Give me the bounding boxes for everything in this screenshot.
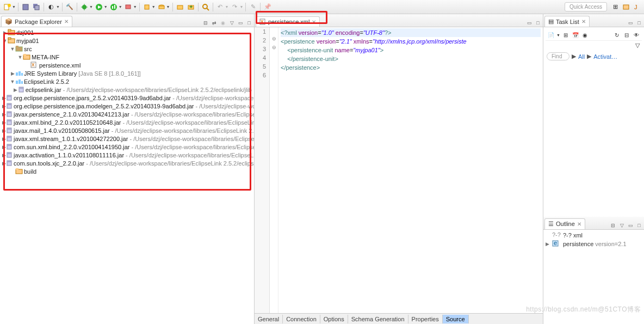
minimize-icon[interactable]: ▭ [627, 19, 634, 27]
pin-icon[interactable]: 📌 [263, 2, 273, 12]
code-area[interactable]: <?xml version="1.0" encoding="UTF-8"?><p… [278, 27, 543, 313]
editor-tab-schema-generation[interactable]: Schema Generation [348, 315, 408, 323]
minimize-icon[interactable]: ▭ [627, 222, 634, 229]
tree-item[interactable]: ▼EclipseLink 2.5.2 [1, 77, 253, 85]
tree-item[interactable]: ▼myjpa01 [1, 36, 253, 45]
twisty-icon[interactable]: ▶ [10, 71, 15, 76]
save-icon[interactable] [21, 2, 30, 12]
build-icon[interactable]: 🔨 [65, 2, 75, 12]
new-pkg-icon[interactable] [175, 2, 185, 12]
debug-icon[interactable] [79, 2, 89, 12]
editor-tab[interactable]: x persistence.xml ✕ [256, 16, 320, 27]
all-link[interactable]: All [578, 53, 585, 60]
last-edit-icon[interactable]: ✎ [248, 2, 258, 12]
editor-tab-options[interactable]: Options [320, 315, 348, 323]
twisty-icon[interactable]: ▶ [544, 241, 550, 247]
minimize-icon[interactable]: ▭ [525, 19, 533, 27]
outline-tree[interactable]: ?-??-? xml▶epersistence version=2.1 [543, 230, 644, 325]
activate-link[interactable]: Activat… [593, 53, 617, 60]
outline-btn1-icon[interactable]: ⊟ [609, 222, 617, 229]
close-icon[interactable]: ✕ [577, 221, 581, 227]
maximize-icon[interactable]: □ [635, 19, 643, 27]
maximize-icon[interactable]: □ [245, 19, 253, 27]
tree-item[interactable]: ▶javax.xml.stream_1.0.1.v201004272200.ja… [1, 135, 253, 143]
package-tree[interactable]: ▶dzj001▼myjpa01▼src▼META-INFxpersistence… [0, 27, 254, 324]
close-icon[interactable]: ✕ [581, 19, 586, 25]
focus-task-icon[interactable]: ◉ [219, 19, 227, 27]
fold-column[interactable]: ⊖⊖ [270, 27, 278, 313]
outline-tab[interactable]: ☰ Outline ✕ [544, 218, 585, 229]
minimize-icon[interactable]: ▭ [237, 19, 244, 27]
tree-item[interactable]: ▶JRE System Library [Java SE 8 [1.8.0_16… [1, 69, 253, 77]
twisty-icon[interactable]: ▶ [2, 120, 6, 125]
editor-tab-connection[interactable]: Connection [283, 315, 320, 323]
twisty-icon[interactable]: ▶ [2, 144, 6, 150]
twisty-icon[interactable]: ▶ [2, 128, 6, 133]
twisty-icon[interactable]: ▼ [10, 46, 15, 52]
outline-item[interactable]: ?-??-? xml [544, 231, 643, 240]
tree-item[interactable]: ▶com.sun.tools.xjc_2.2.0.jar - /Users/dz… [1, 159, 253, 167]
editor-tab-source[interactable]: Source [443, 315, 469, 323]
new-icon[interactable] [2, 2, 12, 12]
close-icon[interactable]: ✕ [312, 19, 316, 25]
tree-item[interactable]: ▶org.eclipse.persistence.jpars_2.5.2.v20… [1, 94, 253, 102]
pkg-explorer-tab[interactable]: 📦 Package Explorer ✕ [1, 16, 72, 27]
focus-ws-icon[interactable]: ◉ [581, 30, 590, 39]
outline-item[interactable]: ▶epersistence version=2.1 [544, 240, 643, 248]
open-persp-icon[interactable]: ⊞ [610, 2, 620, 12]
outline-btn2-icon[interactable]: ▽ [618, 222, 626, 229]
maximize-icon[interactable]: □ [534, 19, 542, 27]
twisty-icon[interactable]: ▶ [2, 152, 6, 158]
tree-item[interactable]: ▶dzj001 [1, 28, 253, 36]
twisty-icon[interactable]: ▶ [2, 30, 8, 35]
editor-tab-general[interactable]: General [255, 315, 283, 323]
twisty-icon[interactable]: ▶ [2, 103, 6, 109]
find-input[interactable]: Find [547, 52, 569, 60]
new-conn-icon[interactable] [157, 2, 166, 12]
tasklist-tab[interactable]: ▤ Task List ✕ [544, 16, 590, 27]
tree-item[interactable]: build [1, 167, 253, 175]
twisty-icon[interactable]: ▶ [2, 136, 6, 142]
close-icon[interactable]: ✕ [64, 19, 69, 25]
new-task-icon[interactable]: 📄 [547, 30, 555, 39]
tree-item[interactable]: ▶javax.xml.bind_2.2.0.v201105210648.jar … [1, 118, 253, 126]
collapse-icon[interactable]: ⊟ [622, 30, 631, 39]
save-all-icon[interactable] [32, 2, 41, 12]
tree-item[interactable]: ▶javax.mail_1.4.0.v201005080615.jar - /U… [1, 126, 253, 135]
jpa-persp-icon[interactable] [621, 2, 631, 12]
twisty-icon[interactable]: ▼ [17, 54, 23, 60]
annot-next-icon[interactable]: ↷ [230, 2, 239, 12]
twisty-icon[interactable]: ▶ [2, 95, 6, 101]
sync-icon[interactable]: ↻ [612, 30, 621, 39]
coverage-icon[interactable] [109, 2, 119, 12]
run-icon[interactable] [94, 2, 104, 12]
twisty-icon[interactable]: ▶ [14, 87, 18, 93]
tree-item[interactable]: xpersistence.xml [1, 61, 253, 69]
editor-tab-properties[interactable]: Properties [408, 315, 443, 323]
quick-access-input[interactable]: Quick Access [565, 2, 607, 11]
twisty-icon[interactable]: ▼ [10, 79, 15, 84]
tree-item[interactable]: ▶javax.persistence_2.1.0.v201304241213.j… [1, 110, 253, 118]
twisty-icon[interactable]: ▼ [2, 38, 8, 44]
categorize-icon[interactable]: ⊞ [561, 30, 570, 39]
new-class-icon[interactable]: + [186, 2, 196, 12]
view-menu-icon[interactable]: ▽ [635, 42, 640, 48]
twisty-icon[interactable]: ▶ [2, 112, 6, 117]
tree-item[interactable]: ▼META-INF [1, 53, 253, 61]
ext-tools-icon[interactable] [123, 2, 133, 12]
annot-prev-icon[interactable]: ↶ [215, 2, 225, 12]
twisty-icon[interactable]: ▶ [2, 161, 6, 166]
maximize-icon[interactable]: □ [635, 222, 643, 229]
tree-item[interactable]: ▶eclipselink.jar - /Users/dzj/eclipse-wo… [1, 85, 253, 94]
tree-item[interactable]: ▶org.eclipse.persistence.jpa.modelgen_2.… [1, 102, 253, 110]
hide-icon[interactable]: 👁 [632, 30, 641, 39]
view-menu-icon[interactable]: ▽ [228, 19, 236, 27]
editor[interactable]: 123456 ⊖⊖ <?xml version="1.0" encoding="… [255, 27, 543, 313]
search-icon[interactable] [201, 2, 210, 12]
java-persp-icon[interactable]: J [632, 2, 642, 12]
tree-item[interactable]: ▶javax.activation_1.1.0.v201108011116.ja… [1, 151, 253, 159]
tree-item[interactable]: ▼src [1, 45, 253, 53]
switch-icon[interactable]: ◐ [46, 2, 56, 12]
scheduled-icon[interactable]: 📅 [571, 30, 580, 39]
collapse-all-icon[interactable]: ⊟ [202, 19, 209, 27]
